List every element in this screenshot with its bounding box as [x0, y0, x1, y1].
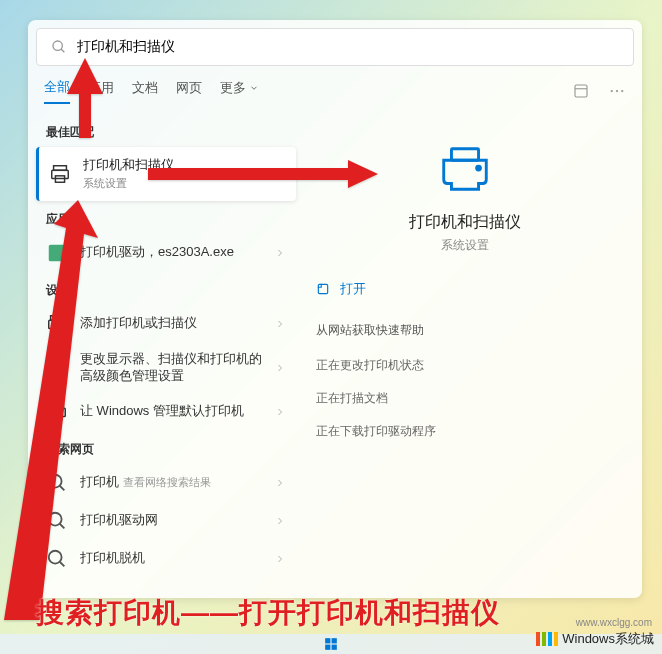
printer-add-icon: [46, 313, 68, 335]
svg-rect-0: [325, 638, 330, 643]
quick-help-item[interactable]: 正在下载打印驱动程序: [312, 415, 618, 448]
windows-logo-icon: [536, 632, 558, 646]
section-settings: 设置: [36, 272, 296, 305]
tab-documents[interactable]: 文档: [132, 79, 158, 103]
section-web: 搜索网页: [36, 431, 296, 464]
web-item[interactable]: 打印机 查看网络搜索结果: [36, 464, 296, 502]
web-item[interactable]: 打印机驱动网: [36, 502, 296, 540]
printer-icon: [49, 163, 71, 185]
web-item[interactable]: 打印机脱机: [36, 540, 296, 578]
result-sub: 系统设置: [83, 176, 286, 191]
printer-icon: [46, 401, 68, 423]
detail-title: 打印机和扫描仪: [312, 212, 618, 233]
printer-hero-icon: [436, 144, 494, 194]
open-button[interactable]: 打开: [312, 270, 618, 308]
svg-rect-28: [451, 149, 478, 161]
svg-line-23: [60, 485, 65, 490]
more-options-icon[interactable]: [608, 82, 626, 100]
svg-point-22: [49, 474, 62, 487]
svg-rect-1: [332, 638, 337, 643]
svg-point-9: [616, 90, 618, 92]
search-icon: [46, 472, 68, 494]
tab-all[interactable]: 全部: [44, 78, 70, 104]
quick-help-header: 从网站获取快速帮助: [312, 308, 618, 349]
settings-item[interactable]: 让 Windows 管理默认打印机: [36, 393, 296, 431]
watermark-url: www.wxclgg.com: [576, 617, 652, 628]
app-item[interactable]: 打印机驱动，es2303A.exe: [36, 234, 296, 272]
svg-rect-30: [318, 284, 327, 293]
search-icon: [51, 39, 67, 55]
tabs-row: 全部 应用 文档 网页 更多: [28, 78, 642, 114]
watermark: Windows系统城: [536, 630, 654, 648]
app-icon: [46, 242, 68, 264]
recent-icon[interactable]: [572, 82, 590, 100]
svg-point-10: [621, 90, 623, 92]
svg-point-4: [53, 41, 62, 50]
chevron-right-icon: [274, 247, 286, 259]
chevron-right-icon: [274, 477, 286, 489]
chevron-right-icon: [274, 515, 286, 527]
svg-point-8: [611, 90, 613, 92]
annotation-text: 搜索打印机——打开打印机和扫描仪: [36, 594, 500, 632]
start-icon[interactable]: [324, 637, 338, 651]
svg-rect-20: [49, 408, 66, 416]
settings-item[interactable]: 添加打印机或扫描仪: [36, 305, 296, 343]
chevron-right-icon: [274, 406, 286, 418]
section-best-match: 最佳匹配: [36, 114, 296, 147]
svg-rect-12: [52, 170, 69, 178]
best-match-item[interactable]: 打印机和扫描仪 系统设置: [36, 147, 296, 201]
svg-point-26: [49, 550, 62, 563]
svg-point-24: [49, 512, 62, 525]
section-apps: 应用: [36, 201, 296, 234]
quick-help-item[interactable]: 正在更改打印机状态: [312, 349, 618, 382]
result-title: 更改显示器、扫描仪和打印机的高级颜色管理设置: [80, 351, 262, 385]
result-title: 打印机脱机: [80, 550, 262, 567]
svg-rect-14: [49, 245, 66, 262]
svg-rect-3: [332, 645, 337, 650]
result-title: 打印机驱动，es2303A.exe: [80, 244, 262, 261]
chevron-down-icon: [249, 83, 259, 93]
search-icon: [46, 510, 68, 532]
svg-rect-6: [575, 85, 587, 97]
results-list: 最佳匹配 打印机和扫描仪 系统设置 应用 打印机驱动，es2303A.exe: [36, 114, 296, 578]
svg-rect-16: [49, 320, 66, 328]
svg-line-5: [61, 49, 64, 52]
svg-line-25: [60, 523, 65, 528]
result-title: 让 Windows 管理默认打印机: [80, 403, 262, 420]
result-title: 打印机 查看网络搜索结果: [80, 474, 262, 491]
chevron-right-icon: [274, 362, 286, 374]
open-label: 打开: [340, 280, 366, 298]
chevron-right-icon: [274, 553, 286, 565]
svg-point-18: [49, 360, 66, 377]
result-title: 打印机驱动网: [80, 512, 262, 529]
svg-rect-2: [325, 645, 330, 650]
open-icon: [316, 282, 330, 296]
svg-line-27: [60, 561, 65, 566]
search-bar[interactable]: [36, 28, 634, 66]
detail-pane: 打印机和扫描仪 系统设置 打开 从网站获取快速帮助 正在更改打印机状态 正在打描…: [296, 114, 634, 578]
detail-sub: 系统设置: [312, 237, 618, 254]
tab-apps[interactable]: 应用: [88, 79, 114, 103]
tab-more[interactable]: 更多: [220, 79, 259, 103]
search-input[interactable]: [77, 39, 619, 55]
settings-item[interactable]: 更改显示器、扫描仪和打印机的高级颜色管理设置: [36, 343, 296, 393]
search-panel: 全部 应用 文档 网页 更多 最佳匹配 打印机和扫描仪 系统设置 应用: [28, 20, 642, 598]
result-title: 添加打印机或扫描仪: [80, 315, 262, 332]
svg-point-29: [477, 166, 481, 170]
chevron-right-icon: [274, 318, 286, 330]
color-icon: [46, 357, 68, 379]
quick-help-item[interactable]: 正在打描文档: [312, 382, 618, 415]
search-icon: [46, 548, 68, 570]
tab-web[interactable]: 网页: [176, 79, 202, 103]
result-title: 打印机和扫描仪: [83, 157, 286, 174]
